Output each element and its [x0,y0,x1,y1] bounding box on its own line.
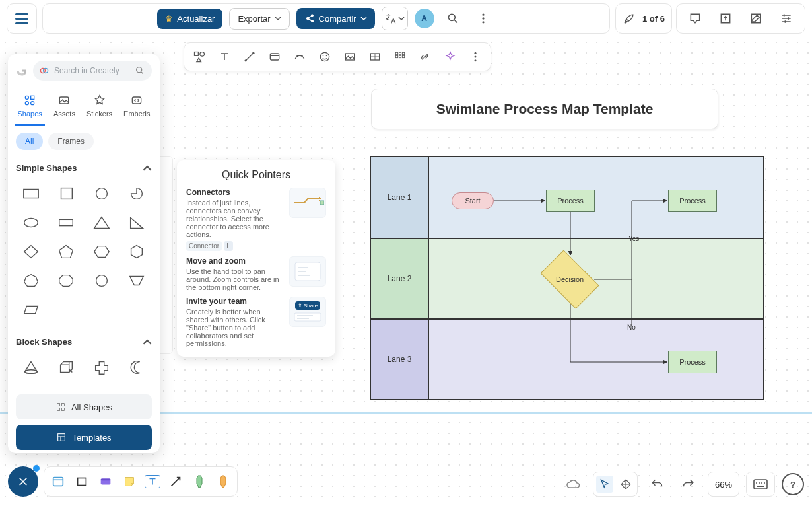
redo-button[interactable] [676,472,701,497]
onboarding-progress[interactable]: 1 of 6 [615,3,672,34]
shape-diamond[interactable] [16,240,46,263]
more-button[interactable] [471,7,495,30]
ai-tool[interactable] [443,50,457,64]
label-no: No [627,324,636,331]
canvas[interactable]: Search in Creately Shapes Assets Sticker… [0,37,812,506]
dock-sticky[interactable] [121,473,138,490]
svg-rect-22 [399,52,401,54]
cloud-status[interactable] [561,472,586,497]
all-shapes-button[interactable]: All Shapes [16,394,152,419]
shape-moon[interactable] [122,356,152,379]
emoji-tool[interactable] [318,50,332,64]
search-input[interactable]: Search in Creately [33,61,152,81]
tab-assets[interactable]: Assets [51,90,78,126]
shape-ellipse[interactable] [16,211,46,234]
translate-button[interactable] [382,7,408,30]
toolbar-more[interactable] [468,50,483,64]
shape-heptagon[interactable] [16,270,46,292]
close-fab[interactable] [8,466,38,497]
dock-marker-orange[interactable] [215,473,232,490]
translate-icon [385,13,397,24]
bottom-left-dock [8,466,238,497]
table-tool[interactable] [368,50,382,64]
shape-cross[interactable] [86,356,117,379]
swimlane-diagram[interactable]: Lane 1 Lane 2 Lane 3 Start Process Proce… [370,156,764,400]
assets-icon [57,94,71,107]
svg-rect-51 [58,434,65,441]
close-icon [17,476,29,488]
dock-textframe[interactable] [145,475,160,488]
shape-decagon[interactable] [86,270,117,292]
svg-rect-17 [345,54,354,60]
search-button[interactable] [441,7,465,30]
shape-cube[interactable] [51,356,82,379]
canvas-title[interactable]: Swimlane Process Map Template [371,89,718,129]
tab-embeds[interactable]: Embeds [121,90,152,126]
comments-button[interactable] [683,7,707,30]
upgrade-button[interactable]: ♛ Actualizar [157,9,222,29]
shape-circle[interactable] [86,182,117,205]
shape-triangle[interactable] [86,211,117,234]
section-simple-header[interactable]: Simple Shapes [16,159,152,177]
tab-stickers[interactable]: Stickers [84,90,115,126]
svg-point-27 [475,52,477,54]
shape-cone[interactable] [16,356,46,379]
pan-tool[interactable] [617,476,634,493]
line-tool[interactable] [242,50,257,64]
shape-rect2[interactable] [51,211,82,234]
link-tool[interactable] [418,50,432,64]
shape-arc[interactable] [122,182,152,205]
svg-rect-66 [78,478,86,486]
shapes-tool[interactable] [192,50,207,64]
shape-rectangle[interactable] [16,182,46,205]
help-button[interactable]: ? [782,473,804,495]
grid-icon [55,402,66,412]
tab-shapes[interactable]: Shapes [15,90,45,126]
dock-rect[interactable] [73,473,90,490]
undo-button[interactable] [644,472,669,497]
zoom-level[interactable]: 66% [708,472,739,497]
shape-right-triangle[interactable] [122,211,152,234]
freehand-tool[interactable] [292,50,307,64]
shape-square[interactable] [51,182,82,205]
svg-point-6 [200,52,205,57]
section-block-header[interactable]: Block Shapes [16,333,152,351]
share-button[interactable]: Compartir [296,8,375,29]
left-panel: Search in Creately Shapes Assets Sticker… [8,54,160,453]
image-tool[interactable] [343,50,357,64]
bottom-dock-card [44,466,238,497]
text-tool[interactable] [217,50,232,64]
shape-pentagon[interactable] [51,240,82,263]
keyboard-button[interactable] [746,472,775,497]
panel-tabs: Shapes Assets Stickers Embeds [8,87,160,126]
dock-arrow[interactable] [167,473,184,490]
dock-frame[interactable] [50,473,67,490]
pill-all[interactable]: All [16,133,43,150]
export-button[interactable]: Exportar [229,8,289,30]
svg-rect-48 [61,404,64,406]
grid-tool[interactable] [393,50,407,64]
shape-octagon[interactable] [51,270,82,292]
shape-hexagon[interactable] [86,240,117,263]
svg-point-13 [301,55,303,57]
avatar[interactable]: A [415,9,434,28]
shape-parallelogram[interactable] [16,299,46,321]
export-tool-button[interactable] [714,7,737,30]
edit-button[interactable] [744,7,768,30]
dock-marker-green[interactable] [191,473,208,490]
shape-hexagon2[interactable] [122,240,152,263]
menu-button[interactable] [7,3,37,34]
svg-point-14 [320,52,329,61]
shape-trapezoid[interactable] [122,270,152,292]
frame-tool[interactable] [267,50,282,64]
pill-frames[interactable]: Frames [48,133,94,150]
chevron-down-icon [398,15,405,22]
svg-rect-70 [754,480,767,489]
dock-card-shape[interactable] [97,473,114,490]
embed-icon [130,94,143,107]
svg-point-2 [482,14,484,16]
templates-button[interactable]: Templates [16,425,152,450]
cursor-tool[interactable] [596,476,613,493]
settings-button[interactable] [774,7,798,30]
svg-point-16 [326,55,327,57]
